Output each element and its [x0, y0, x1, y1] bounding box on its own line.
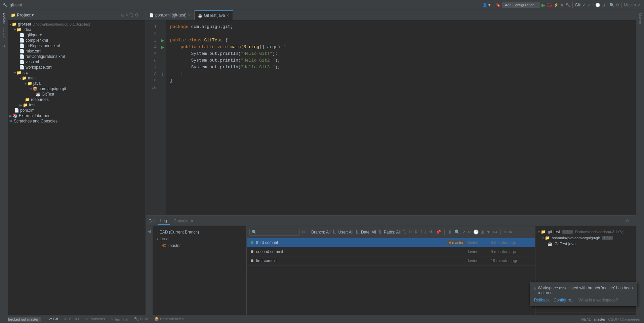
code-content[interactable]: package com.atguigu.git; public class Gi… [166, 20, 636, 215]
user-dropdown-icon[interactable]: ⇅ [355, 229, 359, 235]
log-tree-local[interactable]: ▾ Local [153, 236, 246, 242]
tree-idea[interactable]: ▾ 📁 .idea [8, 27, 146, 32]
search-commits-icon[interactable]: 🔍 [454, 229, 460, 235]
code-line-6: System.out.println("Hello Git2!"); [170, 57, 632, 64]
commit-row-1[interactable]: second commit lavine 9 minutes ago [247, 247, 535, 256]
tree-misc[interactable]: 📄 misc.xml [8, 48, 146, 54]
git-clock-icon[interactable]: 🕐 [595, 3, 600, 7]
settings-icon[interactable]: ⚙ [616, 3, 619, 7]
gear-icon[interactable]: ⚙ [135, 12, 139, 17]
search-icon[interactable]: 🔍 [609, 3, 614, 7]
tool-tab-todo[interactable]: ☑ TODO [62, 316, 82, 322]
checkout-status[interactable]: Checked out master [3, 317, 41, 322]
log-collapse-btn[interactable]: ◀ [146, 226, 153, 323]
tree-pom[interactable]: 📄 pom.xml [8, 108, 146, 113]
close-gutter-icon[interactable]: } [162, 72, 163, 76]
detail-root[interactable]: ▾ 📁 git-test 1 file D:\downloads\hadoop-… [537, 229, 635, 235]
run-with-coverage-icon[interactable]: ⚡ [554, 3, 559, 7]
commit-row-0[interactable]: third commit master lavine 6 minutes ago [247, 238, 535, 247]
tool-tab-build[interactable]: 🔨 Build [131, 316, 151, 322]
tree-compiler[interactable]: 📄 compiler.xml [8, 38, 146, 43]
commit-settings-icon[interactable]: ⚙ [302, 229, 306, 235]
profile-icon[interactable]: 👤 ▾ [482, 3, 490, 7]
run-gutter-icon[interactable]: ▶ [161, 38, 164, 43]
tree-vcs[interactable]: 📄 vcs.xml [8, 59, 146, 65]
branch-dropdown-icon[interactable]: ⇅ [332, 229, 336, 235]
pin-icon[interactable]: 📌 [436, 229, 441, 235]
detail-file[interactable]: ☕ GitTest.java [537, 241, 635, 247]
detail-folder[interactable]: ▾ 📁 src\main\java\com\atguigu\git 1 file [537, 235, 635, 241]
tree-jar[interactable]: 📄 jarRepositories.xml [8, 43, 146, 48]
grid-icon[interactable]: ⊞ [481, 229, 484, 235]
expand-icon[interactable]: ⇔ [509, 229, 512, 235]
list-icon[interactable]: ≡ [504, 229, 507, 235]
sidebar-commit-icon[interactable]: Commit [1, 26, 7, 42]
add-configuration-button[interactable]: Add Configuration... [502, 2, 540, 8]
build-icon[interactable]: 🔨 [565, 3, 570, 7]
refresh-icon[interactable]: ↻ [408, 229, 412, 235]
log-tree-head[interactable]: HEAD (Current Branch) [153, 229, 246, 236]
sort-icon[interactable]: ⇅ [130, 12, 133, 17]
locate-icon[interactable]: ⊕ [121, 12, 125, 17]
tree-src[interactable]: ▾ 📁 src [8, 70, 146, 75]
stop-icon[interactable]: ⏹ [560, 3, 564, 7]
fetch-icon[interactable]: ⇓ [414, 229, 418, 235]
bookmark-icon[interactable]: 🔖 [496, 3, 501, 7]
tool-tab-dependencies[interactable]: 📦 Dependencies [152, 316, 186, 322]
tree-runconfig[interactable]: 📄 runConfigurations.xml [8, 54, 146, 59]
tree-package[interactable]: ▾ 📦 com.atguigu.git [8, 86, 146, 92]
push-icon[interactable]: ⇑⇓ [420, 229, 427, 235]
minimize-bottom-icon[interactable]: − [631, 218, 633, 223]
tree-gittest[interactable]: ☕ GitTest [8, 92, 146, 97]
configure-link[interactable]: Configure... [554, 298, 574, 302]
tool-tab-terminal[interactable]: > Terminal [109, 316, 131, 322]
paths-dropdown-icon[interactable]: ⇅ [403, 229, 406, 235]
tool-tab-git[interactable]: ⎇ Git [45, 316, 61, 322]
collapse-icon[interactable]: ≡ [126, 12, 129, 17]
tag-icon[interactable]: 🏷 [493, 229, 497, 235]
tool-tab-problems[interactable]: ⚠ Problems [82, 316, 108, 322]
tree-workspace[interactable]: 📄 workspace.xml [8, 65, 146, 70]
pause-icon[interactable]: ⏸ [448, 229, 452, 235]
log-tree-master[interactable]: 🏷 master [153, 242, 246, 249]
tab-console[interactable]: Console ✕ [171, 217, 196, 225]
debug-gutter-icon[interactable]: ▶ [161, 45, 164, 49]
tab-gittest-close[interactable]: ✕ [226, 13, 229, 18]
tab-gittest[interactable]: ☕ GitTest.java ✕ [195, 10, 233, 20]
code-line-4: public static void main(String[] args) { [170, 44, 632, 50]
debug-icon[interactable]: 🐞 [547, 2, 552, 8]
commit-msg-1: second commit [256, 249, 465, 254]
tab-pom-close[interactable]: ✕ [188, 13, 191, 17]
tree-java[interactable]: ▾ 📁 java [8, 81, 146, 86]
date-dropdown-icon[interactable]: ⇅ [378, 229, 382, 235]
rollback-link[interactable]: Rollback [534, 298, 550, 302]
maven-sidebar-icon[interactable]: Maven [638, 11, 643, 25]
what-workspace-link[interactable]: What is a workspace? [578, 298, 618, 302]
tree-gitignore[interactable]: 📄 .gitignore [8, 32, 146, 38]
close-panel-icon[interactable]: − [140, 12, 143, 17]
filter-icon[interactable]: ▼ [486, 229, 491, 235]
bottom-tabs: Git: Log Console ✕ ⚙ − [146, 216, 636, 226]
tree-scratches[interactable]: ✏ Scratches and Consoles [8, 118, 146, 124]
history-icon[interactable]: 🕐 [473, 229, 479, 235]
jump-icon[interactable]: ↗ [462, 229, 466, 235]
tree-external-libs[interactable]: ▶ 📚 External Libraries [8, 113, 146, 118]
tab-pom[interactable]: 📄 pom.xml (git-test) ✕ [146, 10, 195, 20]
sidebar-bookmarks-icon[interactable]: ★ [1, 42, 7, 49]
tab-log[interactable]: Log [158, 217, 170, 225]
tree-resources[interactable]: 📁 resources [8, 97, 146, 102]
git-push-icon[interactable]: ↑ [592, 3, 594, 7]
tree-test[interactable]: ▶ 📁 test [8, 102, 146, 108]
console-close[interactable]: ✕ [191, 219, 193, 223]
undo-icon[interactable]: ↩ [468, 229, 471, 235]
tree-root[interactable]: ▾ 📁 git-test D:\downloads\hadoop-3.1.0\g… [8, 22, 146, 27]
run-icon[interactable]: ▶ [541, 2, 545, 8]
git-minimize-icon[interactable]: ⊟ [602, 3, 605, 7]
tree-main[interactable]: ▾ 📁 main [8, 75, 146, 81]
sidebar-project-icon[interactable]: Project [1, 11, 7, 26]
commit-search-input[interactable] [249, 229, 300, 236]
eye-icon[interactable]: 👁 [429, 229, 434, 235]
commit-row-2[interactable]: first commit lavine 19 minutes ago [247, 256, 535, 265]
project-panel: 📁 Project ▾ ⊕ ≡ ⇅ ⚙ − ▾ 📁 git-test D:\do… [8, 10, 146, 323]
settings-bottom-icon[interactable]: ⚙ [625, 218, 629, 223]
